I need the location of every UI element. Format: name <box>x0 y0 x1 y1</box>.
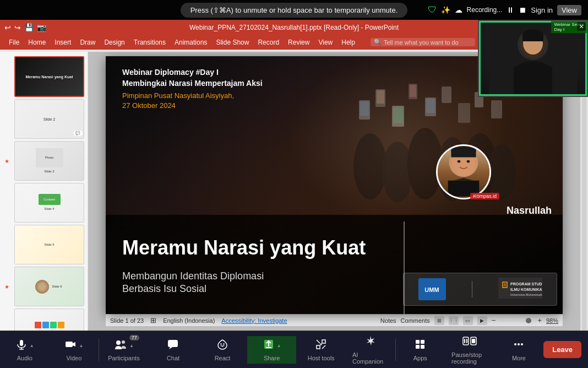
presentation-icon[interactable]: 📷 <box>37 23 46 32</box>
participants-control[interactable]: 77 ▲ <box>114 338 134 353</box>
taskbar-audio[interactable]: ▲ Audio <box>0 336 50 364</box>
zoom-out-icon[interactable]: − <box>492 316 496 324</box>
svg-rect-10 <box>377 90 384 104</box>
svg-rect-50 <box>168 340 178 347</box>
sparkle-icon: ✨ <box>441 6 450 14</box>
react-icon <box>216 338 228 353</box>
notes-button[interactable]: Notes <box>380 317 396 324</box>
menu-draw[interactable]: Draw <box>75 37 100 47</box>
svg-rect-59 <box>416 340 420 344</box>
svg-rect-67 <box>472 339 475 343</box>
taskbar-participants[interactable]: 77 ▲ Participants <box>99 336 149 364</box>
slide-item-6[interactable]: ★ 6 Slide 6 <box>2 267 85 306</box>
zoom-slider[interactable] <box>500 320 533 322</box>
slide-item-1[interactable]: 1 Meramu Narasi yang Kuat <box>2 56 85 97</box>
audio-label: Audio <box>17 355 32 361</box>
menu-record[interactable]: Record <box>253 37 284 47</box>
search-input[interactable] <box>384 39 472 46</box>
view-reading-icon[interactable]: ▭ <box>463 316 473 325</box>
taskbar-more[interactable]: More <box>494 336 544 364</box>
svg-rect-12 <box>410 85 416 97</box>
slide-main-subtitle2: Berbasis Isu Sosial <box>122 283 206 295</box>
view-button[interactable]: View <box>557 5 581 15</box>
slide-chat-bubble: 💬 <box>73 131 83 136</box>
svg-point-58 <box>320 343 322 345</box>
kompas-badge: Kompas.id <box>470 193 499 199</box>
comments-button[interactable]: Comments <box>401 317 430 324</box>
audio-control[interactable]: ▲ <box>15 338 34 353</box>
signin-button[interactable]: Sign in <box>531 6 553 14</box>
taskbar-pause-recording[interactable]: Pause/stop recording <box>445 333 494 367</box>
svg-text:Universitas Muhammadiyah Malan: Universitas Muhammadiyah Malang <box>510 293 542 296</box>
slide-item-3[interactable]: ★ 3 Photo Slide 3 <box>2 141 85 181</box>
slide-item-4[interactable]: 4 Content Slide 4 <box>2 183 85 223</box>
taskbar-ai-companion[interactable]: AI Companion <box>346 333 395 367</box>
video-control[interactable]: ▲ <box>64 338 83 353</box>
language-status: English (Indonesia) <box>163 317 215 324</box>
svg-rect-8 <box>491 100 502 118</box>
zoom-thumb <box>526 318 531 323</box>
view-normal-icon[interactable]: ⊞ <box>434 316 444 325</box>
slide-info: Slide 1 of 23 <box>110 317 144 324</box>
zoom-in-icon[interactable]: + <box>537 316 542 324</box>
right-scrollbar[interactable]: ▲ ▼ <box>580 52 588 368</box>
undo-icon[interactable]: ↩ <box>4 23 11 32</box>
slide-item-5[interactable]: 5 Slide 5 <box>2 225 85 264</box>
menu-help[interactable]: Help <box>337 37 360 47</box>
participants-arrow[interactable]: ▲ <box>129 343 134 348</box>
menu-view[interactable]: View <box>314 37 337 47</box>
recording-label: Recording... <box>467 6 503 14</box>
stop-recording-icon[interactable]: ⏹ <box>519 6 526 14</box>
slide-area: Webinar Diplomacy #Day I Membingkai Nara… <box>88 52 580 368</box>
redo-icon[interactable]: ↪ <box>14 23 21 32</box>
audio-arrow[interactable]: ▲ <box>30 343 34 348</box>
scroll-track[interactable] <box>582 61 586 359</box>
slide-main-subtitle: Membangun Identitas Diplomasi <box>122 270 264 282</box>
video-arrow[interactable]: ▲ <box>79 343 83 348</box>
menu-transitions[interactable]: Transitions <box>129 37 170 47</box>
search-bar[interactable]: 🔍 <box>371 38 475 46</box>
accessibility-status[interactable]: Accessibility: Investigate <box>221 317 287 324</box>
logo-divider <box>472 281 472 297</box>
menu-review[interactable]: Review <box>284 37 314 47</box>
ppt-title: Webinar_PPNA_27102024_Nasrullah[1].pptx … <box>189 24 399 31</box>
taskbar-react[interactable]: React <box>198 336 247 364</box>
share-label: Share <box>264 355 280 361</box>
svg-rect-13 <box>426 99 435 113</box>
svg-marker-47 <box>73 342 75 347</box>
svg-point-52 <box>220 343 221 344</box>
cloud-icon: ☁ <box>455 6 462 14</box>
share-arrow[interactable]: ▲ <box>277 343 281 348</box>
svg-marker-51 <box>169 347 172 349</box>
menu-slideshow[interactable]: Slide Show <box>211 37 253 47</box>
menu-home[interactable]: Home <box>24 37 50 47</box>
menu-file[interactable]: File <box>4 37 24 47</box>
svg-marker-31 <box>504 283 506 286</box>
zoom-percent[interactable]: 98% <box>546 317 558 324</box>
taskbar-video[interactable]: ▲ Video <box>50 336 99 364</box>
umm-logo: UMM <box>418 278 446 300</box>
menu-animations[interactable]: Animations <box>170 37 211 47</box>
share-control[interactable]: ▲ <box>263 338 281 353</box>
save-icon[interactable]: 💾 <box>24 23 34 32</box>
leave-button[interactable]: Leave <box>543 341 581 358</box>
taskbar-apps[interactable]: Apps <box>396 336 445 364</box>
slide-org: Pimpinan Pusat Nasyiatul Aisyiyah, <box>122 91 263 101</box>
taskbar-share[interactable]: ▲ Share <box>247 336 297 364</box>
taskbar-chat[interactable]: Chat <box>149 336 198 364</box>
taskbar-host-tools[interactable]: Host tools <box>296 336 346 364</box>
view-slide-sorter-icon[interactable]: ⋮⋮ <box>449 316 459 325</box>
pause-stop-icon <box>462 335 477 350</box>
menu-design[interactable]: Design <box>100 37 129 47</box>
prodi-logo: PROGRAM STUDI ILMU KOMUNIKASI Universita… <box>498 278 542 300</box>
host-tools-icon <box>315 338 327 353</box>
slide-item-2[interactable]: 2 Slide 2 💬 <box>2 99 85 139</box>
video-close-button[interactable]: × <box>577 22 586 31</box>
menu-insert[interactable]: Insert <box>50 37 75 47</box>
share-icon <box>263 338 275 353</box>
video-overlay: Webinar Series Day I × <box>478 20 588 97</box>
slide-top-subtitle: Membingkai Narasi Mempertajam Aksi <box>122 78 263 89</box>
pause-recording-icon[interactable]: ⏸ <box>507 6 514 14</box>
taskbar: ▲ Audio ▲ Video <box>0 331 588 368</box>
view-slideshow-icon[interactable]: ▶ <box>477 316 487 325</box>
